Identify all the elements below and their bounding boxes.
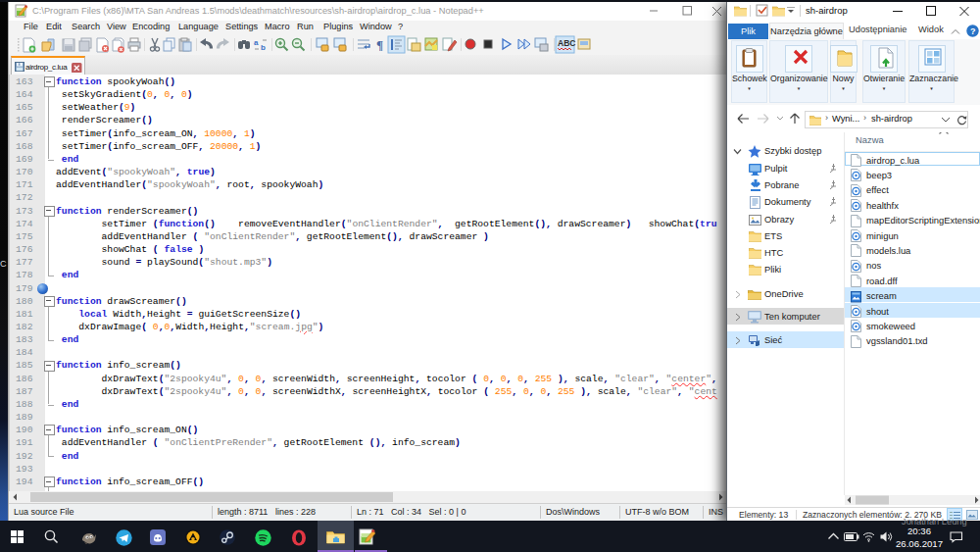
svg-text:?: ? — [970, 26, 976, 36]
svg-text:a: a — [254, 38, 259, 47]
svg-text:¶: ¶ — [376, 37, 383, 52]
svg-text:ABC: ABC — [558, 38, 575, 48]
svg-text:b: b — [261, 43, 266, 52]
